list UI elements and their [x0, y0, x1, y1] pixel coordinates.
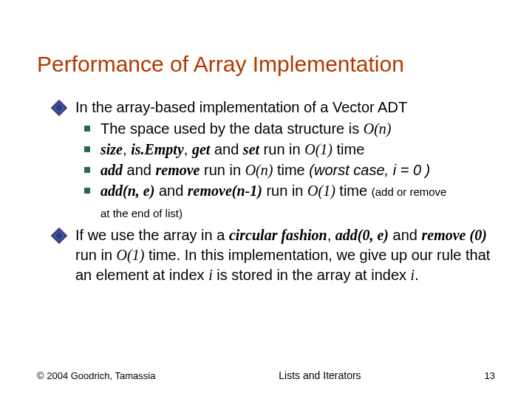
sub-item-4-trail: at the end of list) — [100, 207, 495, 219]
sub-item-2: size, is.Empty, get and set run in O(1) … — [84, 140, 495, 160]
sub-text-3: add and remove run in O(n) time (worst c… — [100, 160, 430, 180]
bullet-2: If we use the array in a circular fashio… — [53, 225, 495, 285]
footer-copyright: © 2004 Goodrich, Tamassia — [37, 370, 155, 381]
square-icon — [84, 167, 90, 173]
sub-item-1: The space used by the data structure is … — [84, 119, 495, 139]
footer: © 2004 Goodrich, Tamassia Lists and Iter… — [0, 369, 532, 381]
bullet-2-text: If we use the array in a circular fashio… — [75, 225, 495, 285]
square-icon — [84, 188, 90, 194]
sub-item-3: add and remove run in O(n) time (worst c… — [84, 160, 495, 180]
sub-text-4: add(n, e) and remove(n-1) run in O(1) ti… — [100, 181, 446, 201]
sub-text-2: size, is.Empty, get and set run in O(1) … — [100, 140, 364, 160]
square-icon — [84, 146, 90, 152]
slide: Performance of Array Implementation In t… — [0, 0, 532, 399]
diamond-icon — [51, 100, 68, 117]
slide-title: Performance of Array Implementation — [37, 52, 495, 77]
page-number: 13 — [485, 370, 495, 381]
diamond-icon — [51, 228, 68, 245]
sub-item-4: add(n, e) and remove(n-1) run in O(1) ti… — [84, 181, 495, 201]
footer-title: Lists and Iterators — [279, 369, 361, 381]
sub-text-1: The space used by the data structure is … — [100, 119, 392, 139]
sub-list-1: The space used by the data structure is … — [84, 119, 495, 201]
square-icon — [84, 126, 90, 132]
bullet-1-text: In the array-based implementation of a V… — [75, 98, 407, 117]
bullet-1: In the array-based implementation of a V… — [53, 98, 495, 117]
